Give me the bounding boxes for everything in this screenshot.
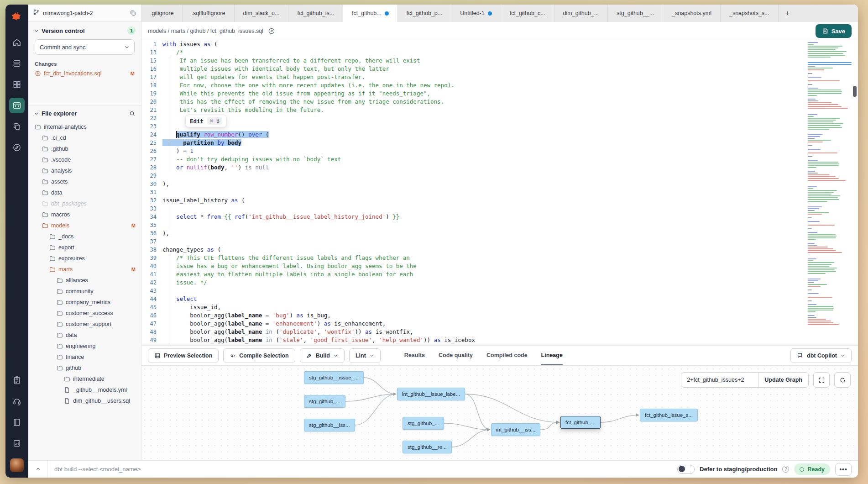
code-line-19[interactable]: 19 While this prevents the old issue fro… [141, 89, 858, 98]
dbt-copilot-button[interactable]: dbt Copilot [790, 348, 852, 363]
tab-dim_slack_u[interactable]: dim_slack_u... [235, 5, 289, 22]
dbt-logo[interactable] [9, 9, 25, 25]
tree-item-community[interactable]: community [34, 286, 136, 297]
tree-item-company_metrics[interactable]: company_metrics [34, 297, 136, 308]
tree-item-intermediate[interactable]: intermediate [34, 374, 136, 384]
compile-selection-button[interactable]: Compile Selection [223, 348, 295, 363]
code-line-27[interactable]: 27 -- don't try deduping issues with no … [141, 155, 858, 163]
code-line-37[interactable]: 37 [141, 237, 858, 246]
version-control-header[interactable]: Version control 1 [34, 26, 136, 35]
code-line-24[interactable]: 24 qualify row_number() over ( [141, 131, 858, 139]
command-input[interactable]: dbt build --select <model_name> [54, 466, 677, 473]
code-line-42[interactable]: 42 issue. */ [141, 279, 858, 287]
save-button[interactable]: Save [816, 24, 852, 38]
tree-item-exposures[interactable]: exposures [34, 253, 136, 264]
lineage-node-4[interactable]: stg_github_... [403, 417, 444, 430]
scrollbar-thumb[interactable] [853, 86, 857, 97]
tree-item-alliances[interactable]: alliances [34, 275, 136, 286]
tree-item-data[interactable]: data [34, 330, 136, 341]
defer-toggle[interactable] [677, 465, 695, 474]
help-icon[interactable]: ? [782, 466, 789, 473]
tree-item-export[interactable]: export [34, 242, 136, 253]
code-line-31[interactable]: 31 [141, 188, 858, 196]
tab-lineage[interactable]: Lineage [541, 346, 563, 365]
tab-code-quality[interactable]: Code quality [439, 346, 473, 365]
file-explorer-header[interactable]: File explorer [34, 110, 136, 117]
code-line-29[interactable]: 29 [141, 172, 858, 180]
changed-file-row[interactable]: fct_dbt_invocations.sql M [34, 69, 136, 78]
code-line-35[interactable]: 35 [141, 221, 858, 229]
lineage-node-2[interactable]: stg_github__iss... [304, 419, 355, 431]
tab-compiled-code[interactable]: Compiled code [486, 346, 528, 365]
code-line-39[interactable]: 39 /* This CTE flattens the different is… [141, 254, 858, 262]
code-line-32[interactable]: 32issue_label_history as ( [141, 196, 858, 205]
changelog-icon[interactable] [9, 436, 25, 451]
minimap[interactable] [808, 42, 852, 343]
lineage-node-1[interactable]: stg_github_... [304, 395, 345, 408]
tree-item-.github[interactable]: .github [34, 143, 136, 154]
code-line-45[interactable]: 45 issue_id, [141, 303, 858, 311]
code-line-34[interactable]: 34 select * from {{ ref('int_github__iss… [141, 213, 858, 221]
code-line-48[interactable]: 48 boolor_agg(label_name in ('duplicate'… [141, 328, 858, 336]
lineage-node-8[interactable]: fct_github_issue_s... [640, 409, 698, 421]
tree-item-finance[interactable]: finance [34, 352, 136, 363]
tab-Untitled-1[interactable]: Untitled-1 [451, 5, 501, 22]
lineage-node-0[interactable]: stg_github__issue_... [304, 371, 364, 384]
tree-item-dim_github__users.sql[interactable]: dim_github__users.sql [34, 395, 136, 406]
lineage-node-5[interactable]: stg_github__re... [403, 441, 452, 453]
code-line-41[interactable]: 41 easiest way to flatten multiple label… [141, 270, 858, 279]
new-tab-button[interactable]: + [779, 5, 797, 22]
edit-popup[interactable]: Edit ⌘ B [185, 115, 227, 127]
tree-item-engineering[interactable]: engineering [34, 341, 136, 352]
commit-and-sync-select[interactable]: Commit and sync [35, 39, 135, 55]
tree-item-internal-analytics[interactable]: internal-analytics [34, 121, 136, 132]
tab-stg_github__[interactable]: stg_github__... [608, 5, 663, 22]
code-line-23[interactable]: 23 [141, 122, 858, 131]
code-line-20[interactable]: 20 this has the effect of removing the n… [141, 98, 858, 106]
code-line-49[interactable]: 49 boolor_agg(label_name in ('stale', 'g… [141, 336, 858, 344]
tab-sqlfluffignore[interactable]: .sqlfluffignore [183, 5, 234, 22]
lineage-node-7[interactable]: fct_github_... [560, 416, 601, 429]
apps-grid-icon[interactable] [9, 77, 25, 92]
tab-fct_github[interactable]: fct_github... [343, 5, 398, 22]
tree-item-models[interactable]: modelsM [34, 220, 136, 231]
open-in-explore-icon[interactable] [268, 27, 275, 35]
tree-item-.ci_cd[interactable]: .ci_cd [34, 132, 136, 143]
code-line-28[interactable]: 28 or nullif(body, '') is null [141, 163, 858, 172]
code-line-36[interactable]: 36), [141, 229, 858, 237]
copy-branch-icon[interactable] [130, 10, 136, 16]
lineage-node-6[interactable]: int_github__iss... [491, 423, 540, 436]
fullscreen-icon[interactable] [813, 372, 830, 388]
code-line-30[interactable]: 30), [141, 180, 858, 188]
code-line-47[interactable]: 47 boolor_agg(label_name = 'enhancement'… [141, 320, 858, 328]
collapse-panel-button[interactable] [28, 461, 48, 478]
build-button[interactable]: Build [300, 348, 345, 363]
code-line-22[interactable]: 22 [141, 114, 858, 122]
tab-results[interactable]: Results [404, 346, 425, 365]
tree-item-macros[interactable]: macros [34, 209, 136, 220]
code-line-38[interactable]: 38change_types as ( [141, 246, 858, 254]
tree-item-assets[interactable]: assets [34, 176, 136, 187]
environments-icon[interactable] [9, 56, 25, 71]
code-line-15[interactable]: 15 If an issue has been transferred to a… [141, 57, 858, 65]
code-line-26[interactable]: 26 ) = 1 [141, 147, 858, 155]
code-line-43[interactable]: 43 [141, 287, 858, 295]
tree-item-analysis[interactable]: analysis [34, 165, 136, 176]
tab-_snapshots_s[interactable]: _snapshots_s... [721, 5, 779, 22]
code-line-16[interactable]: 16 multiple issues with identical body t… [141, 65, 858, 73]
tree-item-data[interactable]: data [34, 187, 136, 198]
tree-item-_github__models.yml[interactable]: _github__models.yml [34, 384, 136, 395]
code-line-25[interactable]: 25 partition by body [141, 139, 858, 147]
more-options-button[interactable]: ••• [835, 463, 852, 476]
code-line-1[interactable]: 1with issues as ( [141, 40, 858, 48]
update-graph-button[interactable]: Update Graph [758, 373, 808, 387]
tab-fct_github_p[interactable]: fct_github_p... [398, 5, 452, 22]
code-editor[interactable]: 1with issues as (13 /*15 If an issue has… [141, 40, 858, 345]
tree-item-marts[interactable]: martsM [34, 264, 136, 275]
ide-icon[interactable] [9, 98, 25, 113]
code-line-18[interactable]: 18 For now, choose the one with more rec… [141, 81, 858, 89]
code-line-44[interactable]: 44 select [141, 295, 858, 303]
projects-icon[interactable] [9, 119, 25, 134]
lineage-selector-input[interactable] [681, 373, 758, 387]
refresh-icon[interactable] [834, 372, 851, 388]
